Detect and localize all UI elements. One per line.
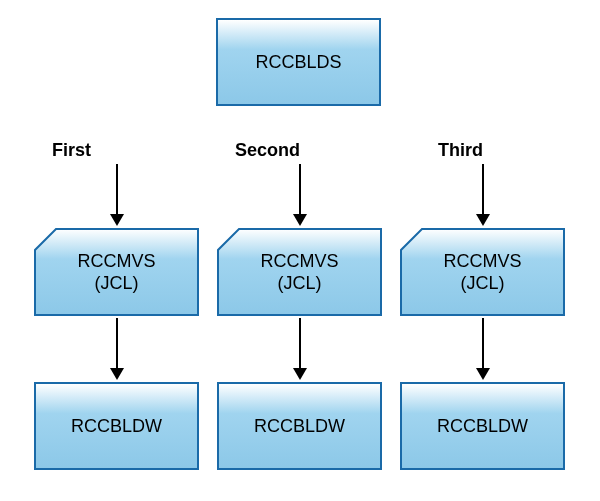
bottom-box-third: RCCBLDW [400,382,565,470]
card-second-line2: (JCL) [277,273,321,293]
top-box: RCCBLDS [216,18,381,106]
bottom-box-second: RCCBLDW [217,382,382,470]
arrow-1-top [116,164,118,165]
card-first: RCCMVS (JCL) [34,228,199,316]
arrow-2-top [299,164,301,165]
bottom-box-first: RCCBLDW [34,382,199,470]
heading-second: Second [235,140,300,161]
card-second: RCCMVS (JCL) [217,228,382,316]
bottom-second-label: RCCBLDW [254,415,345,438]
card-first-line1: RCCMVS [77,251,155,271]
arrow-3-bottom [482,318,484,319]
card-third-line1: RCCMVS [443,251,521,271]
heading-first: First [52,140,91,161]
card-second-line1: RCCMVS [260,251,338,271]
arrow-3-top [482,164,484,165]
arrow-2-bottom [299,318,301,319]
heading-third: Third [438,140,483,161]
card-third: RCCMVS (JCL) [400,228,565,316]
arrow-1-bottom [116,318,118,319]
card-first-line2: (JCL) [94,273,138,293]
top-box-label: RCCBLDS [255,51,341,74]
bottom-third-label: RCCBLDW [437,415,528,438]
bottom-first-label: RCCBLDW [71,415,162,438]
card-third-line2: (JCL) [460,273,504,293]
